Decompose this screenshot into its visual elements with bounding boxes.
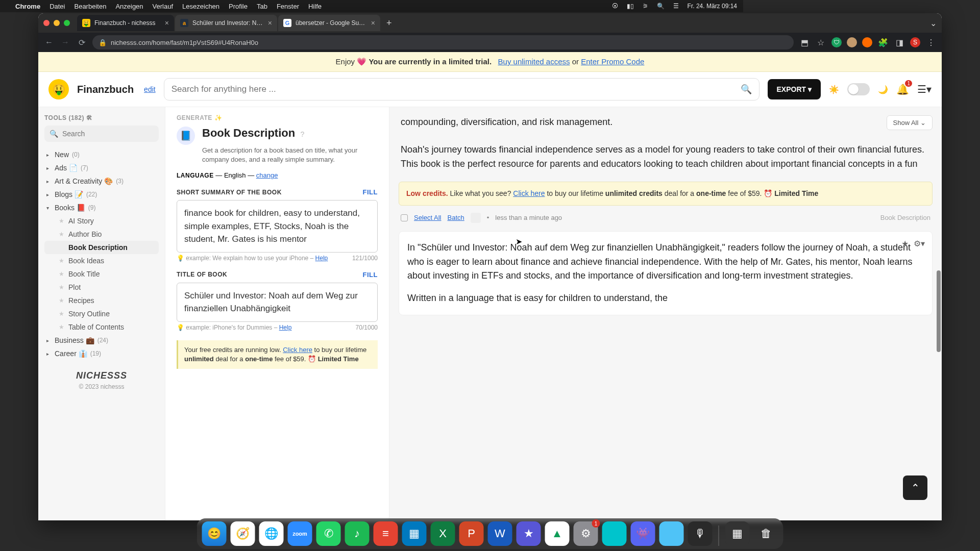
sidebar-search-input[interactable] (62, 130, 154, 138)
category-books[interactable]: ▾Books 📕 (9) (44, 201, 159, 214)
spotlight-icon[interactable]: 🔍 (657, 2, 665, 10)
tab-close-icon[interactable]: × (165, 19, 169, 27)
forward-button[interactable]: → (60, 38, 71, 47)
credits-warning: Your free credits are running low. Click… (177, 340, 378, 369)
sidebar-item-recipes[interactable]: ★Recipes (44, 294, 159, 307)
title-label: TITLE OF BOOK FILL (177, 271, 378, 279)
tab-label: übersetzer - Google Suche (296, 19, 367, 27)
buy-access-link[interactable]: Buy unlimited access (498, 57, 570, 66)
menubar-app[interactable]: Chrome (15, 3, 40, 10)
category-career[interactable]: ▸Career 👔 (19) (44, 347, 159, 360)
control-center-icon[interactable]: ☰ (672, 2, 680, 10)
tab-close-icon[interactable]: × (268, 19, 272, 27)
category-blogs[interactable]: ▸Blogs 📝 (22) (44, 188, 159, 201)
buy-credits-link[interactable]: Click here (283, 346, 312, 354)
help-icon[interactable]: ? (301, 130, 305, 138)
menubar-clock[interactable]: Fr. 24. März 09:14 (688, 3, 737, 10)
window-minimize[interactable] (54, 20, 60, 26)
new-tab-button[interactable]: + (381, 18, 397, 29)
menubar-item[interactable]: Tab (257, 3, 267, 10)
promo-code-link[interactable]: Enter Promo Code (581, 57, 644, 66)
fill-button[interactable]: FILL (363, 188, 378, 196)
tool-icon: 📘 (177, 127, 195, 145)
copyright: © 2023 nichesss (44, 383, 159, 390)
sidebar-item-author-bio[interactable]: ★Author Bio (44, 228, 159, 241)
category-new[interactable]: ▸New (0) (44, 148, 159, 161)
tab-label: Finanzbuch - nichesss (94, 19, 161, 27)
result-text: Noah's journey towards financial indepen… (399, 140, 743, 174)
batch-link[interactable]: Batch (447, 214, 464, 221)
category-ads[interactable]: ▸Ads 📄 (7) (44, 161, 159, 174)
back-button[interactable]: ← (43, 38, 55, 47)
results-panel: Show All ⌄ compounding, diversification,… (389, 107, 743, 416)
app-header: 🤑 Finanzbuch edit 🔍 EXPORT ▾ ☀️ 🌙 🔔1 ☰▾ (38, 72, 743, 107)
sidebar-item-story-outline[interactable]: ★Story Outline (44, 307, 159, 320)
tab-close-icon[interactable]: × (371, 19, 375, 27)
generate-heading: GENERATE ✨ (177, 114, 378, 121)
change-language-link[interactable]: change (256, 171, 278, 179)
window-maximize[interactable] (64, 20, 70, 26)
sidebar-search[interactable]: 🔍 (44, 126, 159, 142)
app-logo[interactable]: 🤑 (48, 79, 69, 99)
language-row: LANGUAGE — English — change (177, 171, 378, 179)
battery-icon[interactable]: ▮▯ (626, 2, 634, 10)
tools-heading: TOOLS (182) 🛠 (44, 114, 159, 121)
language-value: — English — (215, 171, 256, 179)
search-input[interactable] (172, 84, 741, 94)
menubar-item[interactable]: Lesezeichen (182, 3, 219, 10)
menubar-item[interactable]: Bearbeiten (74, 3, 106, 10)
chrome-tabbar: 🤑 Finanzbuch - nichesss × a Schüler und … (38, 13, 743, 33)
timestamp: less than a minute ago (495, 214, 562, 221)
browser-tab[interactable]: G übersetzer - Google Suche × (278, 15, 380, 31)
menubar-item[interactable]: Datei (50, 3, 65, 10)
menubar-item[interactable]: Verlauf (153, 3, 173, 10)
browser-tab[interactable]: a Schüler und Investor: Noah au × (175, 15, 277, 31)
search-icon[interactable]: 🔍 (741, 84, 743, 95)
lock-icon: 🔒 (99, 39, 107, 46)
tab-favicon: a (180, 19, 188, 27)
screen-record-icon[interactable]: ⦿ (611, 2, 619, 10)
select-all-link[interactable]: Select All (414, 214, 441, 221)
macos-menubar: Chrome Datei Bearbeiten Anzeigen Verlauf… (0, 0, 743, 12)
tab-favicon: 🤑 (82, 19, 90, 27)
summary-textarea[interactable]: finance book for children, easy to under… (177, 200, 378, 253)
wifi-icon[interactable]: ⚞ (642, 2, 650, 10)
chrome-toolbar: ← → ⟳ 🔒 nichesss.com/home/fast/m1pVstS69… (38, 33, 743, 52)
edit-project-link[interactable]: edit (144, 85, 156, 93)
sidebar-item-plot[interactable]: ★Plot (44, 281, 159, 294)
select-checkbox[interactable] (401, 214, 408, 221)
trial-banner: Enjoy 💗 You are currently in a limited t… (38, 52, 743, 72)
sidebar-item-book-ideas[interactable]: ★Book Ideas (44, 254, 159, 267)
category-art[interactable]: ▸Art & Creativity 🎨 (3) (44, 174, 159, 188)
help-link[interactable]: Help (279, 324, 292, 331)
language-label: LANGUAGE (177, 172, 214, 179)
browser-tab[interactable]: 🤑 Finanzbuch - nichesss × (77, 15, 174, 31)
window-controls[interactable] (43, 20, 70, 26)
title-textarea[interactable]: Schüler und Investor: Noah auf dem Weg z… (177, 283, 378, 322)
sidebar-item-ai-story[interactable]: ★AI Story (44, 214, 159, 228)
summary-counter: 121/1000 (352, 255, 378, 262)
sidebar-item-toc[interactable]: ★Table of Contents (44, 320, 159, 334)
category-business[interactable]: ▸Business 💼 (24) (44, 334, 159, 347)
menubar-item[interactable]: Fenster (277, 3, 299, 10)
sidebar-item-book-description[interactable]: ★Book Description (44, 241, 159, 254)
tools-sidebar: TOOLS (182) 🛠 🔍 ▸New (0) ▸Ads 📄 (7) ▸Art… (38, 107, 165, 416)
buy-credits-link[interactable]: Click here (513, 189, 545, 197)
sidebar-item-book-title[interactable]: ★Book Title (44, 267, 159, 281)
window-close[interactable] (43, 20, 50, 26)
result-meta: Select All Batch • less than a minute ag… (399, 212, 743, 224)
url-text: nichesss.com/home/fast/m1pVstS69#U4RonaH… (111, 39, 258, 46)
menubar-item[interactable]: Hilfe (308, 3, 322, 10)
summary-label: SHORT SUMMARY OF THE BOOK FILL (177, 188, 378, 196)
copy-icon[interactable] (471, 213, 481, 223)
menubar-item[interactable]: Profile (229, 3, 248, 10)
low-credits-label: Low credits. (406, 189, 448, 197)
menubar-item[interactable]: Anzeigen (115, 3, 143, 10)
reload-button[interactable]: ⟳ (76, 38, 87, 47)
fill-button[interactable]: FILL (363, 271, 378, 279)
global-search[interactable]: 🔍 (164, 78, 743, 101)
banner-or: or (572, 57, 581, 66)
help-link[interactable]: Help (315, 255, 328, 262)
chrome-window: 🤑 Finanzbuch - nichesss × a Schüler und … (38, 13, 743, 416)
address-bar[interactable]: 🔒 nichesss.com/home/fast/m1pVstS69#U4Ron… (92, 35, 743, 49)
